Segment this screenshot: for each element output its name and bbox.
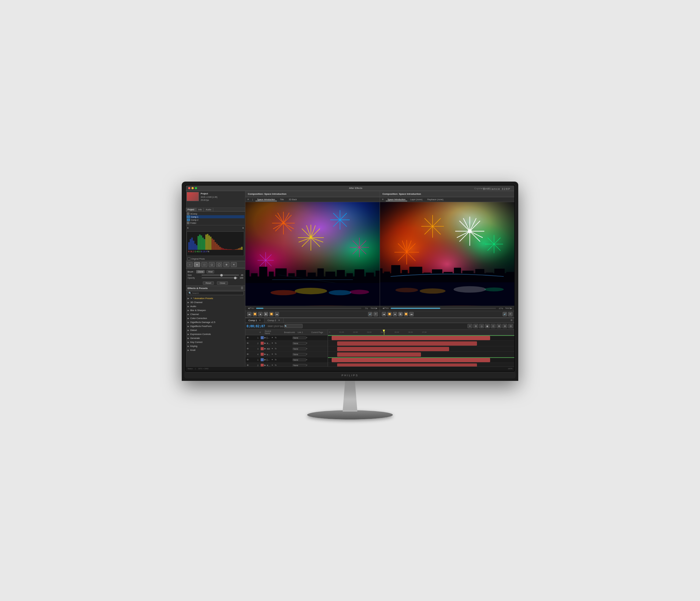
eye-icon-5[interactable]: 👁 — [246, 364, 250, 366]
size-slider-thumb[interactable] — [220, 274, 223, 277]
rewind-btn-left[interactable]: ⏮ — [247, 312, 251, 316]
link-dropdown-5[interactable]: ▾ — [306, 364, 309, 366]
effects-menu-icon[interactable]: ☰ — [241, 287, 243, 290]
expand-icon-5[interactable]: ▶ — [264, 364, 267, 366]
opacity-slider-thumb[interactable] — [234, 277, 236, 279]
track-block-5[interactable] — [337, 363, 477, 366]
link-dropdown-3[interactable]: ▾ — [306, 353, 309, 356]
tl-search-btn[interactable] — [284, 324, 303, 328]
eye-icon-1[interactable]: 👁 — [246, 342, 250, 345]
progress-track-left[interactable] — [256, 308, 361, 309]
layer-link-0[interactable]: None — [293, 336, 306, 339]
switch-1[interactable]: ✦ — [271, 342, 274, 344]
comp-item-comp2[interactable]: Comp 2 — [186, 218, 245, 221]
eye-icon-2[interactable]: 👁 — [246, 347, 250, 350]
step-fwd-btn-left[interactable]: ⏩ — [269, 312, 274, 316]
layer-link-2[interactable]: None — [293, 347, 306, 350]
switch-fx-0[interactable]: ✦ — [271, 336, 274, 339]
timeline-search-input[interactable] — [284, 325, 302, 327]
track-block-0[interactable] — [332, 336, 490, 340]
size-slider[interactable] — [202, 274, 239, 275]
comp-item-3dcomp[interactable]: 3Comp — [186, 212, 245, 215]
eye-icon-4[interactable]: 👁 — [246, 359, 250, 361]
layer-link-5[interactable]: None — [293, 364, 306, 366]
tool-circle[interactable]: ○ — [186, 262, 193, 267]
effect-item-digieffects-freeform[interactable]: ▶ Digieffects FreeForm — [186, 324, 245, 328]
close-button-red[interactable] — [188, 187, 190, 189]
tab-audio-panel[interactable]: Audio — [204, 208, 213, 211]
effects-search-box[interactable]: 🔍 — [187, 291, 244, 295]
tl-tab-comp1-close[interactable]: ✕ — [259, 319, 261, 322]
switch-fx3[interactable]: fx — [274, 353, 277, 356]
eye-icon-0[interactable]: 👁 — [246, 336, 250, 339]
effect-item-keying[interactable]: ▶ Keying — [186, 344, 245, 348]
track-block-1[interactable] — [337, 341, 477, 346]
eye-icon-3[interactable]: 👁 — [246, 353, 250, 356]
track-block-4[interactable] — [332, 358, 490, 362]
tl-btn-8[interactable]: ⊟ — [508, 324, 513, 328]
switch-3[interactable]: ✦ — [271, 353, 274, 356]
vol-btn-right[interactable]: 🔊 — [503, 312, 507, 316]
switch-4[interactable]: ✦ — [271, 359, 274, 361]
fwd-end-btn-left[interactable]: ⏭ — [275, 312, 279, 316]
effect-item-generate[interactable]: ▶ Generate — [186, 336, 245, 340]
tl-tab-comp2[interactable]: Comp 2 ✕ — [264, 318, 283, 323]
loop-btn-right[interactable]: ⟳ — [508, 312, 512, 316]
expand-icon-1[interactable]: ▶ — [264, 342, 267, 344]
comp-toolbar-btn-r1[interactable]: ≡ — [381, 198, 384, 201]
tl-tab-comp2-close[interactable]: ✕ — [278, 319, 280, 322]
close-button[interactable]: Close — [217, 281, 228, 285]
stop-btn-right[interactable]: ■ — [393, 312, 397, 316]
comp-tab-space-right[interactable]: Space Introduction — [386, 198, 407, 201]
timeline-expand-btn[interactable]: ⊠ — [509, 319, 514, 321]
tl-btn-2[interactable]: ⊞ — [473, 324, 478, 328]
rewind-btn-right[interactable]: ⏮ — [382, 312, 386, 316]
stop-btn-left[interactable]: ■ — [258, 312, 262, 316]
comp-tab-raytracer-right[interactable]: Raytracer (none) — [426, 198, 446, 201]
effects-search-input[interactable] — [192, 292, 242, 294]
link-dropdown-0[interactable]: ▾ — [306, 336, 309, 339]
vol-btn-left[interactable]: 🔊 — [368, 312, 372, 316]
play-btn-right[interactable]: ▶ — [398, 312, 403, 316]
comp-tab-title[interactable]: Title — [278, 198, 286, 201]
comp-tab-3d[interactable]: 3D Back — [287, 198, 299, 201]
maximize-button-green[interactable] — [195, 187, 197, 189]
timeline-tracks[interactable]: 0 01:00 02:00 03:00 04:00 05:00 06:00 — [328, 330, 514, 366]
tool-brush[interactable]: ● — [194, 262, 200, 267]
switch-2[interactable]: ✦ — [271, 347, 274, 350]
tab-project[interactable]: Project — [186, 208, 196, 211]
tool-heal[interactable]: ◯ — [216, 262, 222, 267]
expand-icon-4[interactable]: ▶ — [264, 359, 267, 361]
tl-tab-comp1[interactable]: Comp 1 ✕ — [245, 318, 264, 323]
switch-fx2-0[interactable]: fx — [274, 336, 277, 339]
effect-item-digieffects-damage[interactable]: ▶ Digieffects Damage v2.5 — [186, 320, 245, 324]
original-photo-checkbox[interactable] — [188, 258, 190, 260]
loop-btn-left[interactable]: ⟳ — [374, 312, 378, 316]
expand-icon-0[interactable]: ▶ — [264, 336, 267, 339]
progress-track-right[interactable] — [391, 308, 496, 309]
tl-btn-3[interactable]: ◎ — [479, 324, 484, 328]
effect-item-expression[interactable]: ▶ Expression Controls — [186, 332, 245, 336]
tl-btn-5[interactable]: ⊡ — [491, 324, 496, 328]
tool-smudge[interactable]: ⊕ — [223, 262, 229, 267]
tab-info[interactable]: Info — [196, 208, 204, 211]
effect-item-color-correction[interactable]: ▶ Color Correction — [186, 316, 245, 320]
reset-button[interactable]: Reset — [203, 281, 214, 285]
expand-icon-2[interactable]: ▶ — [264, 347, 267, 350]
opacity-slider[interactable] — [202, 278, 238, 278]
tl-btn-4[interactable]: ▣ — [485, 324, 490, 328]
effect-item-blur[interactable]: ▶ Blur & Sharpen — [186, 308, 245, 312]
expand-icon-3[interactable]: ▶ — [264, 353, 267, 356]
effect-item-distort[interactable]: ▶ Distort — [186, 328, 245, 332]
tool-rect[interactable]: ◻ — [209, 262, 215, 267]
minimize-button-yellow[interactable] — [192, 187, 194, 189]
switch-5[interactable]: ✦ — [271, 364, 274, 366]
step-back-btn-left[interactable]: ⏪ — [253, 312, 257, 316]
switch-fx4[interactable]: fx — [274, 359, 277, 361]
effect-item-3d-channel[interactable]: ▶ 3D Channel — [186, 300, 245, 304]
layer-link-1[interactable]: None — [293, 342, 306, 345]
switch-fx5[interactable]: fx — [274, 364, 277, 366]
effect-item-audio[interactable]: ▶ Audio — [186, 304, 245, 308]
effect-item-channel[interactable]: ▶ Channel — [186, 312, 245, 316]
comp-toolbar-btn-1[interactable]: ≡ — [247, 198, 250, 201]
